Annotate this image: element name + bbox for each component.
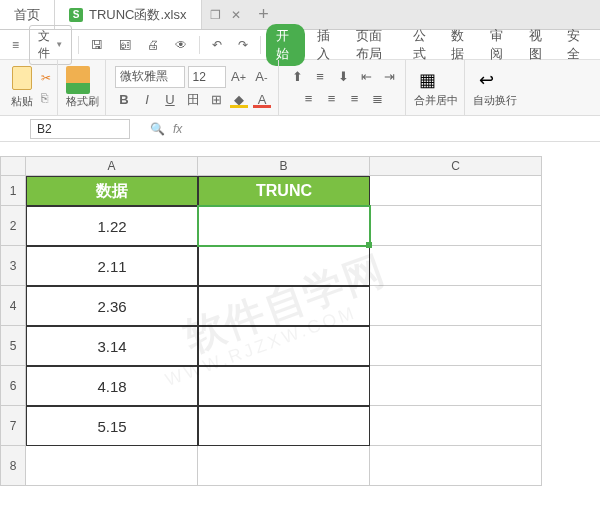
search-icon[interactable]: 🔍 — [150, 122, 165, 136]
cell-c2[interactable] — [370, 206, 542, 246]
print-icon[interactable]: 🖨 — [141, 35, 165, 55]
indent-right-icon[interactable]: ⇥ — [379, 67, 399, 87]
cell-a6[interactable]: 4.18 — [26, 366, 198, 406]
font-size-select[interactable]: 12 — [188, 66, 226, 88]
cell-c1[interactable] — [370, 176, 542, 206]
row-header-1[interactable]: 1 — [0, 176, 26, 206]
underline-button[interactable]: U — [160, 90, 180, 110]
save-as-icon[interactable]: 🗟 — [113, 35, 137, 55]
tab-filename: TRUNC函数.xlsx — [89, 6, 187, 24]
align-top-icon[interactable]: ⬆ — [287, 67, 307, 87]
separator — [260, 36, 261, 54]
separator — [199, 36, 200, 54]
clipboard-group: 粘贴 ✂ ⎘ — [4, 60, 58, 115]
cell-b1[interactable]: TRUNC — [198, 176, 370, 206]
align-center-icon[interactable]: ≡ — [322, 89, 342, 109]
wrap-label: 自动换行 — [473, 93, 517, 108]
format-painter-label: 格式刷 — [66, 94, 99, 109]
paste-label: 粘贴 — [10, 94, 34, 109]
align-bottom-icon[interactable]: ⬇ — [333, 67, 353, 87]
bold-button[interactable]: B — [114, 90, 134, 110]
increase-font-icon[interactable]: A+ — [229, 67, 249, 87]
fill-color-button[interactable]: ◆ — [229, 90, 249, 110]
cell-b8[interactable] — [198, 446, 370, 486]
menu-safe[interactable]: 安全 — [559, 23, 594, 67]
col-header-a[interactable]: A — [26, 156, 198, 176]
cell-c5[interactable] — [370, 326, 542, 366]
font-group: 微软雅黑 12 A+ A- B I U 田 ⊞ ◆ A — [108, 60, 279, 115]
clipboard-icon — [12, 66, 32, 90]
indent-left-icon[interactable]: ⇤ — [356, 67, 376, 87]
row-header-6[interactable]: 6 — [0, 366, 26, 406]
print-preview-icon[interactable]: 👁 — [169, 35, 193, 55]
cell-b2[interactable] — [198, 206, 370, 246]
menu-toggle-icon[interactable]: ≡ — [6, 35, 25, 55]
row-header-5[interactable]: 5 — [0, 326, 26, 366]
row-header-8[interactable]: 8 — [0, 446, 26, 486]
cell-b3[interactable] — [198, 246, 370, 286]
col-header-c[interactable]: C — [370, 156, 542, 176]
select-all-corner[interactable] — [0, 156, 26, 176]
row-header-4[interactable]: 4 — [0, 286, 26, 326]
spreadsheet-grid: 软件自学网 WWW.RJZXW.COM A B C 1 数据 TRUNC 2 1… — [0, 156, 600, 486]
name-box[interactable]: B2 — [30, 119, 130, 139]
row-header-7[interactable]: 7 — [0, 406, 26, 446]
paste-button[interactable]: 粘贴 — [10, 66, 34, 109]
row-header-3[interactable]: 3 — [0, 246, 26, 286]
cell-a1[interactable]: 数据 — [26, 176, 198, 206]
cell-a3[interactable]: 2.11 — [26, 246, 198, 286]
merge-icon: ▦ — [414, 67, 440, 93]
wrap-text-button[interactable]: ↩ 自动换行 — [473, 67, 517, 108]
decrease-font-icon[interactable]: A- — [252, 67, 272, 87]
font-color-button[interactable]: A — [252, 90, 272, 110]
merge-group: ▦ 合并居中 — [408, 60, 465, 115]
wrap-group: ↩ 自动换行 — [467, 60, 523, 115]
file-menu-button[interactable]: 文件 ▼ — [29, 25, 72, 65]
cell-c8[interactable] — [370, 446, 542, 486]
redo-icon[interactable]: ↷ — [232, 35, 254, 55]
tab-close-icon[interactable]: ✕ — [231, 8, 241, 22]
cell-a2[interactable]: 1.22 — [26, 206, 198, 246]
cell-c4[interactable] — [370, 286, 542, 326]
cell-b6[interactable] — [198, 366, 370, 406]
row-header-2[interactable]: 2 — [0, 206, 26, 246]
cell-a8[interactable] — [26, 446, 198, 486]
cell-b4[interactable] — [198, 286, 370, 326]
fx-icon[interactable]: fx — [173, 122, 182, 136]
wrap-icon: ↩ — [473, 67, 499, 93]
spreadsheet-icon: S — [69, 8, 83, 22]
cell-c3[interactable] — [370, 246, 542, 286]
tab-document[interactable]: S TRUNC函数.xlsx — [55, 0, 202, 29]
chevron-down-icon: ▼ — [55, 40, 63, 49]
cell-a4[interactable]: 2.36 — [26, 286, 198, 326]
italic-button[interactable]: I — [137, 90, 157, 110]
font-name-select[interactable]: 微软雅黑 — [115, 66, 185, 88]
col-header-b[interactable]: B — [198, 156, 370, 176]
tab-restore-icon[interactable]: ❐ — [210, 8, 221, 22]
cell-b7[interactable] — [198, 406, 370, 446]
file-menu-label: 文件 — [38, 28, 52, 62]
cell-c6[interactable] — [370, 366, 542, 406]
merge-center-button[interactable]: ▦ 合并居中 — [414, 67, 458, 108]
cell-a5[interactable]: 3.14 — [26, 326, 198, 366]
cell-style-button[interactable]: ⊞ — [206, 90, 226, 110]
cell-a7[interactable]: 5.15 — [26, 406, 198, 446]
align-right-icon[interactable]: ≡ — [345, 89, 365, 109]
merge-label: 合并居中 — [414, 93, 458, 108]
menu-view[interactable]: 视图 — [521, 23, 556, 67]
ribbon-toolbar: 粘贴 ✂ ⎘ 格式刷 微软雅黑 12 A+ A- B I U 田 ⊞ ◆ A — [0, 60, 600, 116]
save-icon[interactable]: 🖫 — [85, 35, 109, 55]
copy-icon[interactable]: ⎘ — [41, 91, 51, 105]
undo-icon[interactable]: ↶ — [206, 35, 228, 55]
align-left-icon[interactable]: ≡ — [299, 89, 319, 109]
border-button[interactable]: 田 — [183, 90, 203, 110]
cut-icon[interactable]: ✂ — [41, 71, 51, 85]
format-painter-button[interactable]: 格式刷 — [66, 66, 99, 109]
tab-window-controls: ❐ ✕ — [202, 0, 249, 29]
justify-icon[interactable]: ≣ — [368, 89, 388, 109]
cell-c7[interactable] — [370, 406, 542, 446]
cell-b5[interactable] — [198, 326, 370, 366]
format-painter-group: 格式刷 — [60, 60, 106, 115]
quick-access-bar: ≡ 文件 ▼ 🖫 🗟 🖨 👁 ↶ ↷ 开始 插入 页面布局 公式 数据 审阅 视… — [0, 30, 600, 60]
align-middle-icon[interactable]: ≡ — [310, 67, 330, 87]
